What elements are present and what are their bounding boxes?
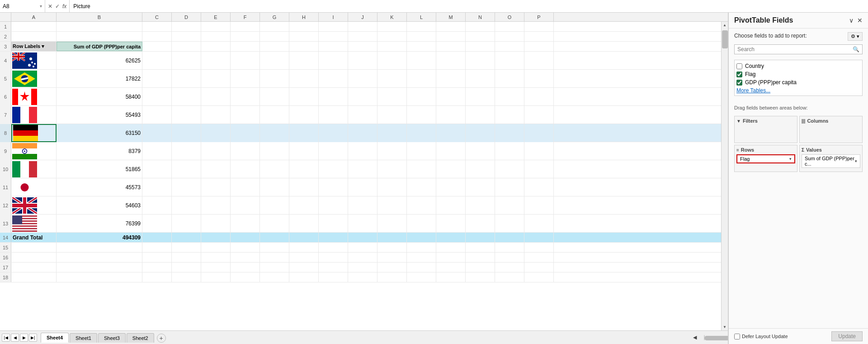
cell-l15[interactable] (407, 243, 436, 252)
cell-m5[interactable] (436, 70, 466, 88)
cell-f1[interactable] (231, 22, 260, 31)
col-header-e[interactable]: E (201, 13, 231, 21)
cell-c11[interactable] (142, 178, 172, 196)
cell-c8[interactable] (142, 124, 172, 142)
cell-i3[interactable] (319, 42, 348, 51)
cell-g8[interactable] (260, 124, 289, 142)
cell-h9[interactable] (289, 142, 319, 160)
cell-d2[interactable] (172, 32, 201, 41)
cell-h4[interactable] (289, 52, 319, 70)
cell-n16[interactable] (466, 253, 495, 262)
cell-b12[interactable]: 54603 (57, 196, 142, 215)
cell-j6[interactable] (348, 88, 377, 106)
cell-k13[interactable] (377, 215, 407, 233)
cell-i6[interactable] (319, 88, 348, 106)
cell-a9-flag[interactable] (11, 142, 57, 160)
cell-m6[interactable] (436, 88, 466, 106)
cell-i16[interactable] (319, 253, 348, 262)
field-search-input[interactable] (737, 46, 853, 53)
cell-e13[interactable] (201, 215, 231, 233)
col-header-h[interactable]: H (289, 13, 319, 21)
cell-n9[interactable] (466, 142, 495, 160)
cell-b11[interactable]: 45573 (57, 178, 142, 196)
cell-o11[interactable] (495, 178, 524, 196)
update-button[interactable]: Update (831, 331, 863, 341)
cell-d18[interactable] (172, 272, 201, 282)
cell-m7[interactable] (436, 106, 466, 124)
cell-o9[interactable] (495, 142, 524, 160)
cell-o8[interactable] (495, 124, 524, 142)
cell-l1[interactable] (407, 22, 436, 31)
cell-e12[interactable] (201, 196, 231, 215)
scroll-track[interactable] (722, 29, 728, 324)
cell-c9[interactable] (142, 142, 172, 160)
cell-l11[interactable] (407, 178, 436, 196)
cell-ref-dropdown[interactable]: ▾ (40, 4, 42, 9)
sheet-tab-sheet3[interactable]: Sheet3 (98, 333, 126, 343)
cell-b8[interactable]: 63150 (57, 124, 142, 142)
cell-b1[interactable] (57, 22, 142, 31)
cell-l18[interactable] (407, 272, 436, 282)
cell-k4[interactable] (377, 52, 407, 70)
values-sum-dropdown[interactable]: ▾ (855, 159, 857, 163)
cell-i1[interactable] (319, 22, 348, 31)
cell-c5[interactable] (142, 70, 172, 88)
col-header-g[interactable]: G (260, 13, 289, 21)
cell-p14[interactable] (524, 233, 554, 242)
cell-c14[interactable] (142, 233, 172, 242)
cell-m9[interactable] (436, 142, 466, 160)
cell-j10[interactable] (348, 160, 377, 178)
cell-i8[interactable] (319, 124, 348, 142)
cell-i11[interactable] (319, 178, 348, 196)
pivot-collapse-button[interactable]: ∨ (849, 17, 854, 24)
cell-j11[interactable] (348, 178, 377, 196)
sheet-nav-last[interactable]: ▶| (29, 334, 37, 342)
cell-o15[interactable] (495, 243, 524, 252)
sheet-nav-first[interactable]: |◀ (2, 334, 10, 342)
cell-n1[interactable] (466, 22, 495, 31)
cell-l16[interactable] (407, 253, 436, 262)
cell-d4[interactable] (172, 52, 201, 70)
cell-a18[interactable] (11, 272, 57, 282)
cell-e5[interactable] (201, 70, 231, 88)
col-header-o[interactable]: O (495, 13, 524, 21)
cell-p2[interactable] (524, 32, 554, 41)
cell-n13[interactable] (466, 215, 495, 233)
cell-n15[interactable] (466, 243, 495, 252)
cell-g13[interactable] (260, 215, 289, 233)
cell-m4[interactable] (436, 52, 466, 70)
cell-b17[interactable] (57, 263, 142, 272)
cell-c2[interactable] (142, 32, 172, 41)
cell-c17[interactable] (142, 263, 172, 272)
cell-b10[interactable]: 51865 (57, 160, 142, 178)
values-sum-tag[interactable]: Sum of GDP (PPP)per c... ▾ (802, 154, 860, 168)
cell-a13-flag[interactable] (11, 215, 57, 233)
formula-content[interactable]: Picture (70, 3, 868, 10)
cell-a5-flag[interactable] (11, 70, 57, 88)
col-header-l[interactable]: L (407, 13, 436, 21)
cell-l2[interactable] (407, 32, 436, 41)
cell-c3[interactable] (142, 42, 172, 51)
cell-i4[interactable] (319, 52, 348, 70)
cell-i2[interactable] (319, 32, 348, 41)
cell-e16[interactable] (201, 253, 231, 262)
cell-i17[interactable] (319, 263, 348, 272)
cell-p1[interactable] (524, 22, 554, 31)
cell-h5[interactable] (289, 70, 319, 88)
cell-b6[interactable]: 58400 (57, 88, 142, 106)
cell-d8[interactable] (172, 124, 201, 142)
cell-n4[interactable] (466, 52, 495, 70)
cell-c12[interactable] (142, 196, 172, 215)
cell-c15[interactable] (142, 243, 172, 252)
cell-e15[interactable] (201, 243, 231, 252)
col-header-a[interactable]: A (11, 13, 57, 21)
cell-c1[interactable] (142, 22, 172, 31)
cell-e11[interactable] (201, 178, 231, 196)
cell-l3[interactable] (407, 42, 436, 51)
cell-o3[interactable] (495, 42, 524, 51)
cell-f13[interactable] (231, 215, 260, 233)
cell-j7[interactable] (348, 106, 377, 124)
cell-j13[interactable] (348, 215, 377, 233)
cell-l12[interactable] (407, 196, 436, 215)
cell-h2[interactable] (289, 32, 319, 41)
